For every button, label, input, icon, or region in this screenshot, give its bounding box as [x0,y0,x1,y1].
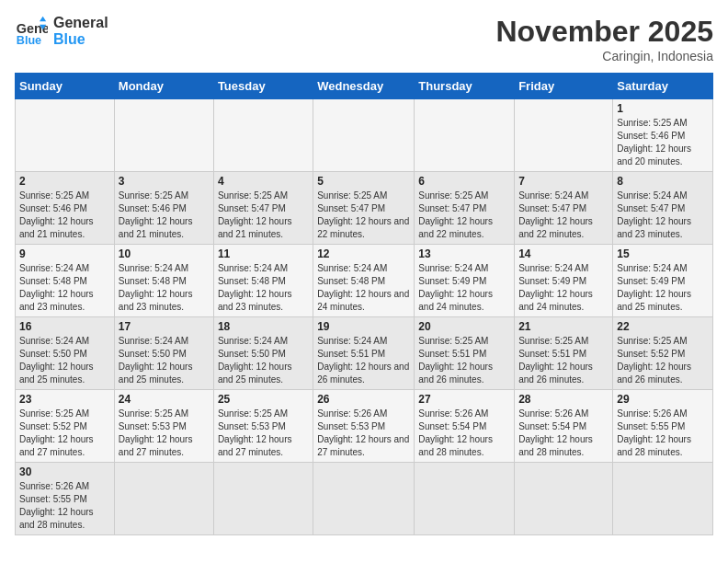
day-info: Sunrise: 5:24 AMSunset: 5:48 PMDaylight:… [119,262,210,314]
day-info: Sunrise: 5:24 AMSunset: 5:50 PMDaylight:… [218,335,309,386]
day-info: Sunrise: 5:25 AMSunset: 5:51 PMDaylight:… [518,335,609,386]
page-header: General Blue General Blue November 2025 … [15,15,713,63]
day-cell: 3Sunrise: 5:25 AMSunset: 5:46 PMDaylight… [114,172,213,245]
day-info: Sunrise: 5:25 AMSunset: 5:46 PMDaylight:… [617,117,709,168]
day-number: 30 [19,465,110,478]
day-number: 17 [119,320,210,333]
svg-marker-2 [40,17,46,21]
day-number: 1 [617,102,709,115]
day-info: Sunrise: 5:25 AMSunset: 5:46 PMDaylight:… [19,190,110,241]
day-info: Sunrise: 5:24 AMSunset: 5:50 PMDaylight:… [19,335,110,386]
day-info: Sunrise: 5:25 AMSunset: 5:53 PMDaylight:… [218,408,309,459]
day-info: Sunrise: 5:24 AMSunset: 5:49 PMDaylight:… [518,262,609,314]
day-number: 10 [119,247,210,260]
day-cell: 10Sunrise: 5:24 AMSunset: 5:48 PMDayligh… [114,245,213,317]
day-cell [16,99,115,172]
day-number: 25 [218,393,309,406]
day-cell: 4Sunrise: 5:25 AMSunset: 5:47 PMDaylight… [213,172,313,245]
day-number: 15 [617,247,709,260]
day-info: Sunrise: 5:25 AMSunset: 5:47 PMDaylight:… [218,190,309,241]
header-monday: Monday [114,74,213,99]
day-info: Sunrise: 5:25 AMSunset: 5:51 PMDaylight:… [418,335,510,386]
day-cell: 1Sunrise: 5:25 AMSunset: 5:46 PMDaylight… [613,99,713,172]
day-number: 5 [317,175,410,188]
day-cell: 14Sunrise: 5:24 AMSunset: 5:49 PMDayligh… [515,245,613,317]
day-cell: 30Sunrise: 5:26 AMSunset: 5:55 PMDayligh… [16,463,115,535]
week-row-5: 30Sunrise: 5:26 AMSunset: 5:55 PMDayligh… [16,463,713,535]
day-cell [515,99,613,172]
day-info: Sunrise: 5:26 AMSunset: 5:55 PMDaylight:… [19,480,110,532]
day-info: Sunrise: 5:26 AMSunset: 5:54 PMDaylight:… [418,408,510,459]
day-cell: 9Sunrise: 5:24 AMSunset: 5:48 PMDaylight… [16,245,115,317]
day-info: Sunrise: 5:25 AMSunset: 5:47 PMDaylight:… [418,190,510,241]
week-row-1: 2Sunrise: 5:25 AMSunset: 5:46 PMDaylight… [16,172,713,245]
day-cell: 23Sunrise: 5:25 AMSunset: 5:52 PMDayligh… [16,390,115,463]
day-number: 18 [218,320,309,333]
day-number: 8 [617,175,709,188]
week-row-2: 9Sunrise: 5:24 AMSunset: 5:48 PMDaylight… [16,245,713,317]
day-cell: 8Sunrise: 5:24 AMSunset: 5:47 PMDaylight… [613,172,713,245]
day-info: Sunrise: 5:24 AMSunset: 5:49 PMDaylight:… [418,262,510,314]
day-info: Sunrise: 5:24 AMSunset: 5:47 PMDaylight:… [518,190,609,241]
calendar-table: SundayMondayTuesdayWednesdayThursdayFrid… [15,73,713,535]
day-info: Sunrise: 5:24 AMSunset: 5:48 PMDaylight:… [19,262,110,314]
header-sunday: Sunday [16,74,115,99]
day-cell [313,463,415,535]
week-row-3: 16Sunrise: 5:24 AMSunset: 5:50 PMDayligh… [16,317,713,390]
day-info: Sunrise: 5:24 AMSunset: 5:50 PMDaylight:… [119,335,210,386]
day-number: 26 [317,393,410,406]
day-info: Sunrise: 5:25 AMSunset: 5:52 PMDaylight:… [19,408,110,459]
day-cell [213,99,313,172]
day-info: Sunrise: 5:25 AMSunset: 5:47 PMDaylight:… [317,190,410,241]
day-cell: 6Sunrise: 5:25 AMSunset: 5:47 PMDaylight… [415,172,515,245]
day-info: Sunrise: 5:25 AMSunset: 5:53 PMDaylight:… [119,408,210,459]
day-cell: 25Sunrise: 5:25 AMSunset: 5:53 PMDayligh… [213,390,313,463]
day-number: 3 [119,175,210,188]
week-row-0: 1Sunrise: 5:25 AMSunset: 5:46 PMDaylight… [16,99,713,172]
day-info: Sunrise: 5:26 AMSunset: 5:54 PMDaylight:… [518,408,609,459]
day-number: 7 [518,175,609,188]
day-cell: 16Sunrise: 5:24 AMSunset: 5:50 PMDayligh… [16,317,115,390]
calendar-header-row: SundayMondayTuesdayWednesdayThursdayFrid… [16,74,713,99]
day-cell [613,463,713,535]
day-number: 4 [218,175,309,188]
logo-blue: Blue [53,31,108,48]
day-cell: 18Sunrise: 5:24 AMSunset: 5:50 PMDayligh… [213,317,313,390]
logo-general: General [53,15,108,31]
logo: General Blue General Blue [15,15,108,48]
day-info: Sunrise: 5:25 AMSunset: 5:52 PMDaylight:… [617,335,709,386]
day-cell: 24Sunrise: 5:25 AMSunset: 5:53 PMDayligh… [114,390,213,463]
day-number: 28 [518,393,609,406]
day-info: Sunrise: 5:24 AMSunset: 5:48 PMDaylight:… [317,262,410,314]
day-cell [415,463,515,535]
day-cell: 13Sunrise: 5:24 AMSunset: 5:49 PMDayligh… [415,245,515,317]
day-cell: 29Sunrise: 5:26 AMSunset: 5:55 PMDayligh… [613,390,713,463]
day-number: 6 [418,175,510,188]
day-info: Sunrise: 5:24 AMSunset: 5:48 PMDaylight:… [218,262,309,314]
day-number: 24 [119,393,210,406]
day-cell [114,99,213,172]
day-cell: 28Sunrise: 5:26 AMSunset: 5:54 PMDayligh… [515,390,613,463]
header-wednesday: Wednesday [313,74,415,99]
calendar-body: 1Sunrise: 5:25 AMSunset: 5:46 PMDaylight… [16,99,713,535]
day-number: 22 [617,320,709,333]
day-cell: 19Sunrise: 5:24 AMSunset: 5:51 PMDayligh… [313,317,415,390]
day-cell: 15Sunrise: 5:24 AMSunset: 5:49 PMDayligh… [613,245,713,317]
day-number: 14 [518,247,609,260]
day-number: 20 [418,320,510,333]
logo-icon: General Blue [15,15,48,48]
day-number: 27 [418,393,510,406]
day-number: 29 [617,393,709,406]
day-cell: 20Sunrise: 5:25 AMSunset: 5:51 PMDayligh… [415,317,515,390]
day-info: Sunrise: 5:26 AMSunset: 5:55 PMDaylight:… [617,408,709,459]
day-cell [313,99,415,172]
day-info: Sunrise: 5:26 AMSunset: 5:53 PMDaylight:… [317,408,410,459]
header-tuesday: Tuesday [213,74,313,99]
day-number: 21 [518,320,609,333]
day-cell: 11Sunrise: 5:24 AMSunset: 5:48 PMDayligh… [213,245,313,317]
location-subtitle: Caringin, Indonesia [495,49,713,63]
day-info: Sunrise: 5:24 AMSunset: 5:49 PMDaylight:… [617,262,709,314]
day-info: Sunrise: 5:24 AMSunset: 5:47 PMDaylight:… [617,190,709,241]
day-info: Sunrise: 5:25 AMSunset: 5:46 PMDaylight:… [119,190,210,241]
day-number: 13 [418,247,510,260]
